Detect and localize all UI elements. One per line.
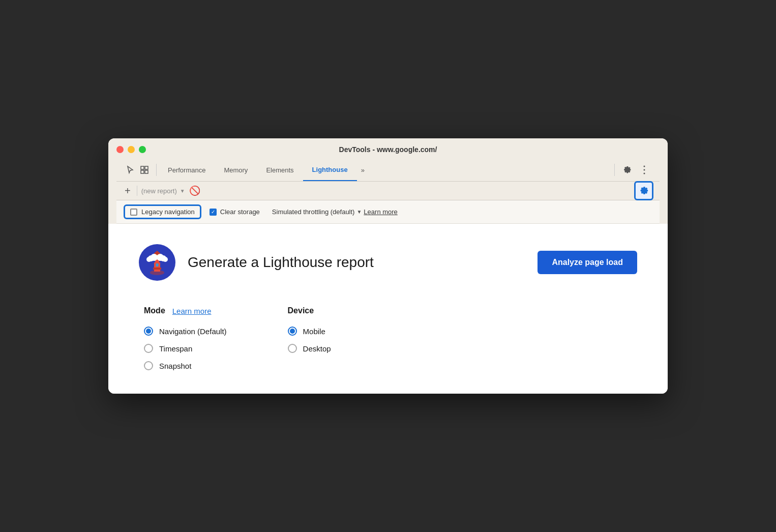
mode-header: Mode Learn more bbox=[144, 306, 227, 315]
actions-divider bbox=[614, 164, 615, 176]
lighthouse-header: Generate a Lighthouse report Analyze pag… bbox=[139, 244, 637, 281]
device-header: Device bbox=[288, 306, 331, 315]
svg-point-21 bbox=[163, 257, 168, 262]
desktop-label: Desktop bbox=[303, 344, 331, 353]
legacy-nav-checkbox[interactable] bbox=[130, 209, 137, 216]
minimize-button[interactable] bbox=[128, 146, 135, 153]
svg-rect-1 bbox=[145, 166, 148, 169]
svg-point-5 bbox=[644, 169, 645, 171]
more-options-icon[interactable] bbox=[637, 163, 651, 177]
inspect-icon[interactable] bbox=[139, 164, 150, 175]
options-row: Legacy navigation ✓ Clear storage Simula… bbox=[116, 200, 660, 224]
device-mobile-option[interactable]: Mobile bbox=[288, 323, 331, 339]
svg-rect-0 bbox=[141, 166, 144, 169]
navigation-radio-dot bbox=[146, 329, 151, 334]
tab-elements[interactable]: Elements bbox=[257, 159, 303, 181]
devtools-window: DevTools - www.google.com/ bbox=[108, 138, 668, 394]
device-title: Device bbox=[288, 306, 314, 315]
dropdown-arrow-icon: ▼ bbox=[180, 188, 185, 194]
mobile-label: Mobile bbox=[303, 327, 325, 336]
tabs-actions bbox=[608, 163, 655, 177]
clear-storage-option[interactable]: ✓ Clear storage bbox=[210, 208, 260, 216]
close-button[interactable] bbox=[116, 146, 124, 153]
title-bar: DevTools - www.google.com/ bbox=[108, 138, 668, 224]
clear-storage-checkbox[interactable]: ✓ bbox=[210, 209, 217, 216]
devtools-icons bbox=[121, 159, 154, 181]
timespan-radio[interactable] bbox=[144, 344, 153, 353]
add-report-button[interactable]: + bbox=[123, 185, 133, 197]
svg-point-18 bbox=[146, 257, 152, 262]
navigation-radio[interactable] bbox=[144, 327, 153, 336]
toolbar-row: + (new report) ▼ 🚫 bbox=[116, 182, 660, 200]
svg-point-6 bbox=[644, 173, 645, 174]
window-controls bbox=[116, 146, 146, 153]
throttling-label: Simulated throttling (default) bbox=[272, 208, 355, 216]
legacy-nav-label: Legacy navigation bbox=[141, 208, 195, 216]
clear-storage-label: Clear storage bbox=[220, 208, 260, 216]
config-section: Mode Learn more Navigation (Default) Tim… bbox=[139, 306, 637, 373]
svg-rect-9 bbox=[153, 268, 161, 270]
toolbar-divider bbox=[137, 186, 137, 196]
throttling-option[interactable]: Simulated throttling (default) ▼ Learn m… bbox=[272, 208, 398, 216]
snapshot-label: Snapshot bbox=[159, 362, 191, 370]
tab-performance[interactable]: Performance bbox=[159, 159, 215, 181]
tab-divider bbox=[156, 164, 157, 176]
window-title: DevTools - www.google.com/ bbox=[339, 145, 437, 154]
svg-rect-3 bbox=[145, 170, 148, 173]
svg-point-4 bbox=[644, 166, 645, 167]
device-desktop-option[interactable]: Desktop bbox=[288, 341, 331, 356]
settings-gear-icon[interactable] bbox=[620, 163, 634, 177]
report-selector[interactable]: (new report) ▼ bbox=[141, 187, 185, 195]
mode-title: Mode bbox=[144, 306, 165, 315]
cursor-icon[interactable] bbox=[125, 164, 136, 175]
mode-group: Mode Learn more Navigation (Default) Tim… bbox=[144, 306, 227, 373]
analyze-page-load-button[interactable]: Analyze page load bbox=[538, 251, 637, 274]
report-placeholder: (new report) bbox=[141, 187, 177, 195]
svg-rect-2 bbox=[141, 170, 144, 173]
device-group: Device Mobile Desktop bbox=[288, 306, 331, 373]
mode-learn-more[interactable]: Learn more bbox=[172, 307, 212, 315]
mobile-radio-dot bbox=[290, 329, 295, 334]
maximize-button[interactable] bbox=[139, 146, 146, 153]
svg-point-17 bbox=[151, 254, 158, 261]
mode-timespan-option[interactable]: Timespan bbox=[144, 341, 227, 356]
throttling-learn-more[interactable]: Learn more bbox=[364, 208, 397, 216]
svg-point-20 bbox=[157, 254, 164, 261]
svg-marker-14 bbox=[154, 251, 160, 253]
navigation-label: Navigation (Default) bbox=[159, 327, 227, 336]
lighthouse-logo bbox=[139, 244, 175, 281]
lighthouse-report-title: Generate a Lighthouse report bbox=[188, 254, 525, 271]
main-content: Generate a Lighthouse report Analyze pag… bbox=[108, 224, 668, 394]
timespan-label: Timespan bbox=[159, 344, 192, 353]
mode-snapshot-option[interactable]: Snapshot bbox=[144, 358, 227, 373]
tab-memory[interactable]: Memory bbox=[215, 159, 257, 181]
settings-highlighted-button[interactable] bbox=[634, 181, 653, 200]
mobile-radio[interactable] bbox=[288, 327, 297, 336]
snapshot-radio[interactable] bbox=[144, 361, 153, 370]
desktop-radio[interactable] bbox=[288, 344, 297, 353]
mode-navigation-option[interactable]: Navigation (Default) bbox=[144, 323, 227, 339]
block-icon: 🚫 bbox=[189, 185, 200, 196]
tab-more[interactable]: » bbox=[357, 159, 369, 181]
legacy-navigation-option[interactable]: Legacy navigation bbox=[124, 204, 201, 219]
tabs-row: Performance Memory Elements Lighthouse » bbox=[116, 159, 660, 182]
tab-lighthouse[interactable]: Lighthouse bbox=[303, 159, 357, 181]
throttle-dropdown-icon: ▼ bbox=[356, 209, 362, 215]
svg-rect-15 bbox=[156, 263, 159, 267]
